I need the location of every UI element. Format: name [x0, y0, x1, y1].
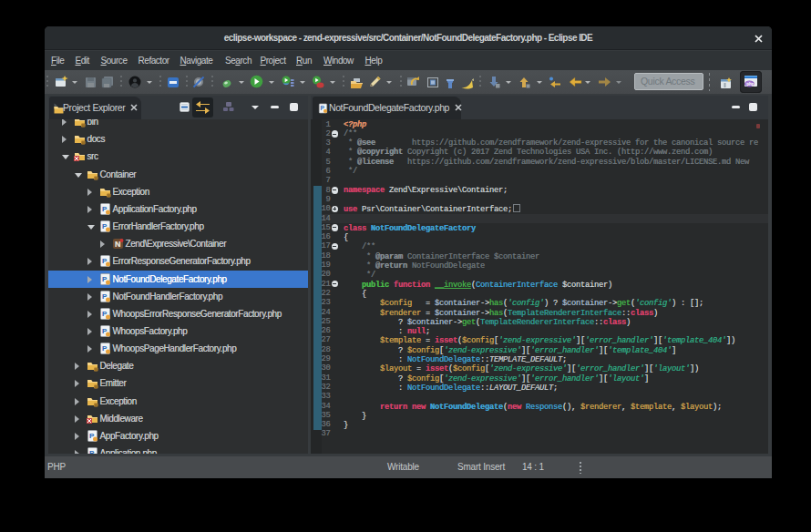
- svg-text:php: php: [746, 82, 754, 87]
- svg-text:N: N: [115, 240, 120, 249]
